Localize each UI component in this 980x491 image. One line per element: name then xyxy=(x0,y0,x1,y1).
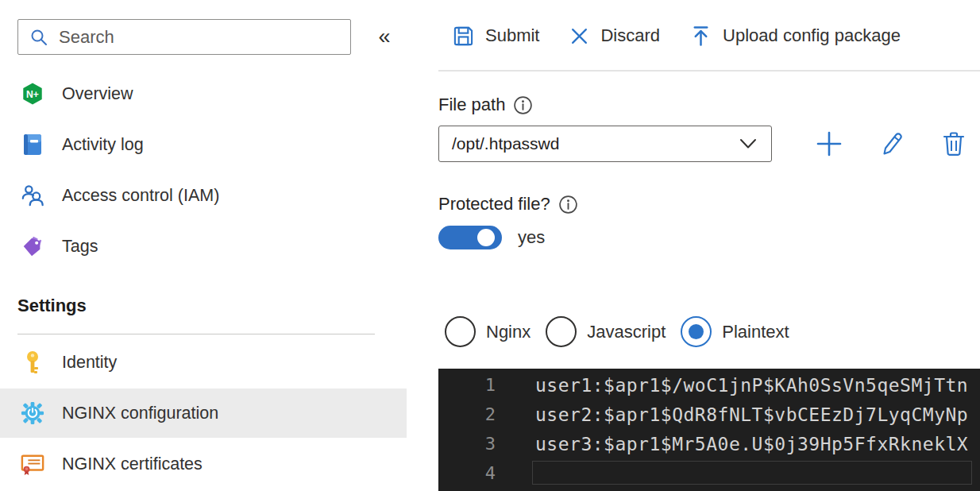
line-number: 2 xyxy=(438,404,496,424)
editor-line[interactable]: 2 user2:$apr1$QdR8fNLT$vbCEEzDj7LyqCMyNp xyxy=(438,400,980,429)
close-icon xyxy=(569,26,589,46)
upload-label: Upload config package xyxy=(723,25,901,46)
search-box[interactable] xyxy=(17,19,351,55)
sidebar-item-activity-log[interactable]: Activity log xyxy=(0,120,407,169)
file-path-actions xyxy=(788,126,980,162)
line-number: 4 xyxy=(438,463,496,483)
radio-javascript[interactable]: Javascript xyxy=(546,316,666,347)
toolbar-divider xyxy=(438,70,980,72)
chevron-down-icon xyxy=(739,138,757,149)
trash-icon xyxy=(942,131,966,157)
discard-button[interactable]: Discard xyxy=(569,25,660,46)
editor-line[interactable]: 1 user1:$apr1$/woC1jnP$KAh0SsVn5qeSMjTtn xyxy=(438,370,980,400)
file-path-label-text: File path xyxy=(438,95,505,115)
save-icon xyxy=(453,25,474,47)
upload-icon xyxy=(690,25,712,47)
sidebar-item-label: NGINX configuration xyxy=(62,404,218,423)
submit-label: Submit xyxy=(485,25,539,46)
protected-file-label-text: Protected file? xyxy=(438,194,550,215)
radio-plaintext[interactable]: Plaintext xyxy=(681,316,789,347)
editor-line-active[interactable]: 4 xyxy=(438,458,980,488)
edit-file-button[interactable] xyxy=(880,131,905,157)
line-number: 3 xyxy=(438,434,496,454)
radio-circle xyxy=(445,316,476,347)
protected-file-toggle[interactable] xyxy=(438,226,502,249)
key-icon xyxy=(21,350,44,374)
sidebar-item-identity[interactable]: Identity xyxy=(0,338,407,387)
command-bar: Submit Discard Upload config package xyxy=(438,16,980,56)
settings-section-header: Settings xyxy=(17,296,87,316)
sidebar-item-label: Activity log xyxy=(62,135,144,155)
sidebar-item-label: Tags xyxy=(62,237,98,257)
line-content: user2:$apr1$QdR8fNLT$vbCEEzDj7LyqCMyNp xyxy=(535,404,968,425)
settings-divider xyxy=(17,334,375,334)
protected-file-toggle-row: yes xyxy=(438,226,545,249)
info-icon[interactable] xyxy=(558,195,578,215)
sidebar-item-access-control[interactable]: Access control (IAM) xyxy=(0,171,407,220)
search-icon xyxy=(29,28,48,47)
sidebar-item-label: Access control (IAM) xyxy=(62,186,219,206)
nginx-logo-icon: N+ xyxy=(21,82,44,106)
toggle-state-label: yes xyxy=(518,227,545,248)
line-content: user1:$apr1$/woC1jnP$KAh0SsVn5qeSMjTtn xyxy=(535,375,968,396)
main-content: Submit Discard Upload config package xyxy=(438,0,980,491)
pencil-icon xyxy=(880,131,905,157)
radio-label: Plaintext xyxy=(722,322,789,342)
svg-text:N+: N+ xyxy=(26,89,39,100)
sidebar-item-label: Identity xyxy=(62,353,117,373)
search-input[interactable] xyxy=(59,27,341,48)
add-file-button[interactable] xyxy=(815,130,843,158)
sidebar: « N+ Overview Activity log xyxy=(0,0,407,491)
collapse-sidebar-icon[interactable]: « xyxy=(368,19,401,55)
file-path-dropdown[interactable]: /opt/.htpasswd xyxy=(438,126,772,162)
radio-label: Javascript xyxy=(587,322,666,342)
sidebar-item-label: NGINX certificates xyxy=(62,454,203,474)
editor-line[interactable]: 3 user3:$apr1$Mr5A0e.U$0j39Hp5FfxRkneklX xyxy=(438,429,980,458)
line-number: 1 xyxy=(438,375,496,395)
line-content: user3:$apr1$Mr5A0e.U$0j39Hp5FfxRkneklX xyxy=(535,434,968,454)
sidebar-item-nginx-configuration[interactable]: NGINX configuration xyxy=(0,389,407,438)
nginx-configuration-page: « N+ Overview Activity log xyxy=(0,0,980,491)
file-path-value: /opt/.htpasswd xyxy=(452,134,559,153)
access-control-icon xyxy=(21,184,44,207)
sidebar-item-label: Overview xyxy=(62,84,133,104)
tags-icon xyxy=(21,234,44,258)
radio-circle-checked xyxy=(681,316,712,347)
info-icon[interactable] xyxy=(513,95,533,115)
plus-icon xyxy=(815,130,843,158)
file-path-field-label: File path xyxy=(438,95,533,115)
delete-file-button[interactable] xyxy=(942,131,966,157)
protected-file-field-label: Protected file? xyxy=(438,194,578,215)
radio-circle xyxy=(546,316,577,347)
current-line-cursor-box xyxy=(532,461,972,485)
submit-button[interactable]: Submit xyxy=(453,25,539,47)
radio-dot xyxy=(689,324,704,339)
editor-mode-radio-group: Nginx Javascript Plaintext xyxy=(445,316,789,347)
certificate-icon xyxy=(21,452,44,476)
discard-label: Discard xyxy=(600,25,660,46)
gear-icon xyxy=(21,401,44,425)
config-file-editor[interactable]: 1 user1:$apr1$/woC1jnP$KAh0SsVn5qeSMjTtn… xyxy=(438,369,980,491)
radio-nginx[interactable]: Nginx xyxy=(445,316,531,347)
activity-log-icon xyxy=(21,133,44,157)
sidebar-item-nginx-certificates[interactable]: NGINX certificates xyxy=(0,439,407,489)
toggle-knob xyxy=(477,229,495,246)
sidebar-item-overview[interactable]: N+ Overview xyxy=(0,69,407,118)
upload-config-package-button[interactable]: Upload config package xyxy=(690,25,901,47)
sidebar-item-tags[interactable]: Tags xyxy=(0,222,407,271)
radio-label: Nginx xyxy=(486,322,531,342)
